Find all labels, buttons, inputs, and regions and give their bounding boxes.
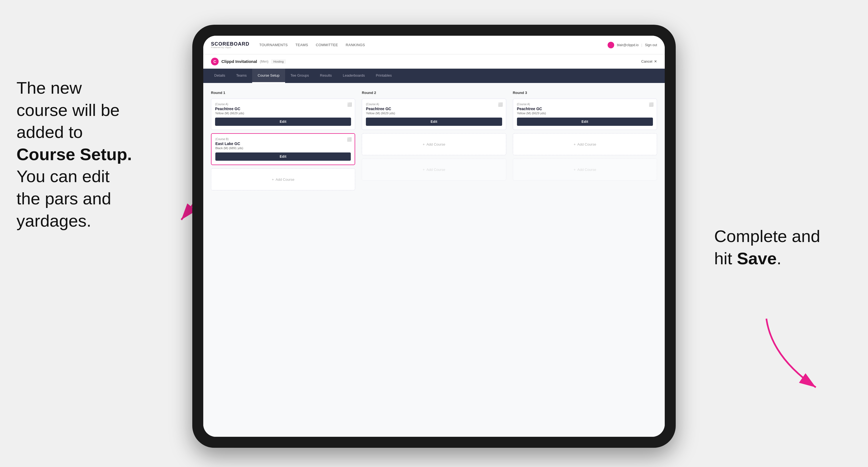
round-2-course-a-details: Yellow (M) (6629 yds) <box>366 112 502 115</box>
round-3-title: Round 3 <box>513 91 657 95</box>
sub-header: C Clippd Invitational (Men) Hosting Canc… <box>203 54 665 69</box>
round-3-add-plus-icon-disabled: + <box>574 167 576 172</box>
tab-printables[interactable]: Printables <box>370 69 397 83</box>
round-1-course-b-name: East Lake GC <box>215 142 351 146</box>
round-1-course-b-edit[interactable]: Edit <box>215 152 351 161</box>
nav-link-teams[interactable]: TEAMS <box>295 43 308 47</box>
tab-results[interactable]: Results <box>314 69 337 83</box>
sign-out-link[interactable]: Sign out <box>645 43 657 47</box>
round-3-course-a-edit[interactable]: Edit <box>517 118 653 126</box>
tablet-device: SCOREBOARD Powered by clippd TOURNAMENTS… <box>192 25 676 448</box>
tournament-name: Clippd Invitational <box>221 59 257 64</box>
tablet-screen: SCOREBOARD Powered by clippd TOURNAMENTS… <box>203 36 665 437</box>
round-3-course-a-name: Peachtree GC <box>517 106 653 111</box>
tournament-info: C Clippd Invitational (Men) Hosting <box>211 58 286 65</box>
round-1-course-a-delete[interactable]: ⬜ <box>347 102 352 107</box>
annotation-line6: the pars and <box>17 189 111 208</box>
round-2-add-course-disabled: + Add Course <box>362 158 506 181</box>
round-3-course-a-details: Yellow (M) (6629 yds) <box>517 112 653 115</box>
round-2-course-a-card: ⬜ (Course A) Peachtree GC Yellow (M) (66… <box>362 99 506 130</box>
round-1-course-a-name: Peachtree GC <box>215 106 351 111</box>
round-1-add-course-label: Add Course <box>276 178 294 182</box>
tab-teams[interactable]: Teams <box>231 69 252 83</box>
save-annotation-bold: Save <box>737 249 777 268</box>
round-1-add-course-plus-icon: + <box>272 178 274 182</box>
round-3-add-plus-icon: + <box>574 142 576 147</box>
arrow-right <box>744 316 840 398</box>
nav-link-tournaments[interactable]: TOURNAMENTS <box>259 43 288 47</box>
round-1-course-a-details: Yellow (M) (6629 yds) <box>215 112 351 115</box>
cancel-button[interactable]: Cancel ✕ <box>641 59 657 63</box>
round-1-course-a-card: ⬜ (Course A) Peachtree GC Yellow (M) (66… <box>211 99 355 130</box>
round-3-course-a-delete[interactable]: ⬜ <box>649 102 654 107</box>
round-1-course-b-details: Black (M) (6891 yds) <box>215 147 351 150</box>
round-3-column: Round 3 ⬜ (Course A) Peachtree GC Yellow… <box>513 91 657 194</box>
round-2-title: Round 2 <box>362 91 506 95</box>
annotation-line4-bold: Course Setup. <box>17 145 132 164</box>
round-3-course-a-label: (Course A) <box>517 103 653 106</box>
nav-links: TOURNAMENTS TEAMS COMMITTEE RANKINGS <box>259 43 365 47</box>
annotation-right-line2: hit Save. <box>714 249 781 268</box>
round-2-course-a-label: (Course A) <box>366 103 502 106</box>
round-3-add-course-disabled-label: Add Course <box>578 167 596 172</box>
scoreboard-logo: SCOREBOARD Powered by clippd <box>211 41 249 49</box>
annotation-line2: course will be <box>17 100 120 120</box>
round-1-course-b-card: ⬜ (Course B) East Lake GC Black (M) (689… <box>211 133 355 165</box>
logo-main-text: SCOREBOARD <box>211 41 249 46</box>
round-1-title: Round 1 <box>211 91 355 95</box>
tab-bar: Details Teams Course Setup Tee Groups Re… <box>203 69 665 83</box>
separator: | <box>641 43 642 47</box>
round-2-add-plus-icon: + <box>423 142 425 147</box>
tournament-logo: C <box>211 58 219 65</box>
logo-sub-text: Powered by clippd <box>211 46 249 49</box>
user-avatar <box>608 42 614 48</box>
tab-tee-groups[interactable]: Tee Groups <box>285 69 314 83</box>
annotation-right: Complete and hit Save. <box>714 225 830 270</box>
round-3-add-course-disabled: + Add Course <box>513 158 657 181</box>
annotation-left: The new course will be added to Course S… <box>17 77 176 232</box>
round-2-add-plus-icon-disabled: + <box>423 167 425 172</box>
round-2-course-a-edit[interactable]: Edit <box>366 118 502 126</box>
tournament-status: Hosting <box>271 59 286 64</box>
top-navigation: SCOREBOARD Powered by clippd TOURNAMENTS… <box>203 36 665 54</box>
round-1-course-b-delete[interactable]: ⬜ <box>346 136 352 142</box>
annotation-line1: The new <box>17 78 82 97</box>
round-2-add-course-label: Add Course <box>426 142 445 147</box>
round-2-column: Round 2 ⬜ (Course A) Peachtree GC Yellow… <box>362 91 506 194</box>
tab-course-setup[interactable]: Course Setup <box>252 69 285 83</box>
round-2-add-course-enabled[interactable]: + Add Course <box>362 133 506 155</box>
nav-right: blair@clippd.io | Sign out <box>608 42 657 48</box>
user-email: blair@clippd.io <box>617 43 639 47</box>
round-1-add-course[interactable]: + Add Course <box>211 168 355 190</box>
round-3-course-a-card: ⬜ (Course A) Peachtree GC Yellow (M) (66… <box>513 99 657 130</box>
round-1-course-a-label: (Course A) <box>215 103 351 106</box>
round-2-add-course-disabled-label: Add Course <box>426 167 445 172</box>
rounds-grid: Round 1 ⬜ (Course A) Peachtree GC Yellow… <box>211 91 657 194</box>
annotation-line3: added to <box>17 123 83 142</box>
round-3-add-course-enabled[interactable]: + Add Course <box>513 133 657 155</box>
round-1-course-a-edit[interactable]: Edit <box>215 118 351 126</box>
round-1-column: Round 1 ⬜ (Course A) Peachtree GC Yellow… <box>211 91 355 194</box>
round-2-course-a-name: Peachtree GC <box>366 106 502 111</box>
annotation-right-line1: Complete and <box>714 227 820 246</box>
tournament-gender: (Men) <box>260 60 268 63</box>
round-3-add-course-label: Add Course <box>578 142 596 147</box>
main-content: Round 1 ⬜ (Course A) Peachtree GC Yellow… <box>203 83 665 437</box>
round-2-course-a-delete[interactable]: ⬜ <box>498 102 503 107</box>
nav-link-committee[interactable]: COMMITTEE <box>316 43 338 47</box>
nav-left: SCOREBOARD Powered by clippd TOURNAMENTS… <box>211 41 365 49</box>
nav-link-rankings[interactable]: RANKINGS <box>346 43 365 47</box>
tab-details[interactable]: Details <box>209 69 231 83</box>
annotation-line5: You can edit <box>17 167 110 186</box>
annotation-line7: yardages. <box>17 211 91 230</box>
round-1-course-b-label: (Course B) <box>215 137 351 141</box>
tab-leaderboards[interactable]: Leaderboards <box>337 69 370 83</box>
cancel-icon: ✕ <box>654 59 657 63</box>
